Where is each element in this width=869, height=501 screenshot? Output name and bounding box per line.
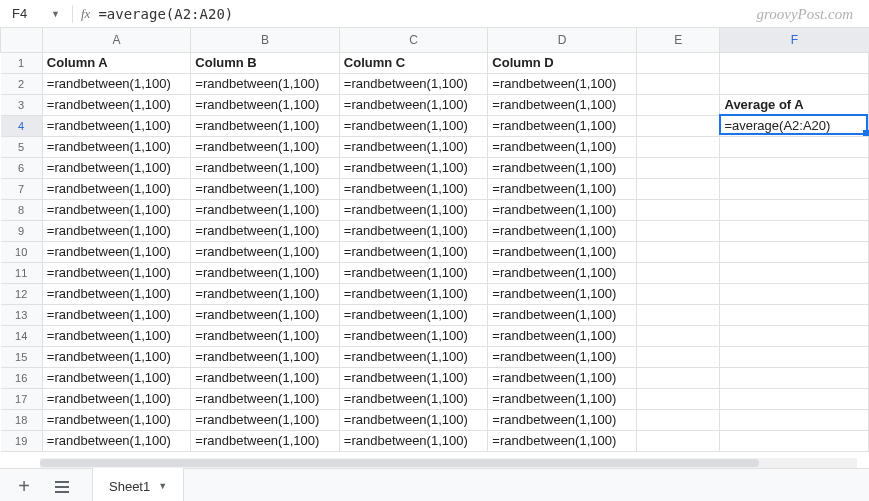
cell-D15[interactable]: =randbetween(1,100) — [488, 346, 637, 367]
sheet-tab-menu-icon[interactable]: ▼ — [158, 481, 167, 491]
row-header-5[interactable]: 5 — [1, 136, 43, 157]
cell-F3[interactable]: Average of A — [720, 94, 869, 115]
row-header-7[interactable]: 7 — [1, 178, 43, 199]
cell-B8[interactable]: =randbetween(1,100) — [191, 199, 340, 220]
cell-A12[interactable]: =randbetween(1,100) — [42, 283, 191, 304]
cell-B13[interactable]: =randbetween(1,100) — [191, 304, 340, 325]
cell-D1[interactable]: Column D — [488, 52, 637, 73]
row-header-14[interactable]: 14 — [1, 325, 43, 346]
cell-D19[interactable]: =randbetween(1,100) — [488, 430, 637, 451]
cell-C5[interactable]: =randbetween(1,100) — [339, 136, 488, 157]
cell-E15[interactable] — [636, 346, 720, 367]
cell-D17[interactable]: =randbetween(1,100) — [488, 388, 637, 409]
cell-C2[interactable]: =randbetween(1,100) — [339, 73, 488, 94]
cell-F2[interactable] — [720, 73, 869, 94]
cell-A17[interactable]: =randbetween(1,100) — [42, 388, 191, 409]
cell-B3[interactable]: =randbetween(1,100) — [191, 94, 340, 115]
column-header-C[interactable]: C — [339, 28, 488, 52]
cell-D13[interactable]: =randbetween(1,100) — [488, 304, 637, 325]
cell-D8[interactable]: =randbetween(1,100) — [488, 199, 637, 220]
cell-A6[interactable]: =randbetween(1,100) — [42, 157, 191, 178]
spreadsheet-grid[interactable]: ABCDEF1Column AColumn BColumn CColumn D2… — [0, 28, 869, 458]
horizontal-scrollbar-thumb[interactable] — [40, 459, 759, 467]
cell-E1[interactable] — [636, 52, 720, 73]
cell-E16[interactable] — [636, 367, 720, 388]
cell-C1[interactable]: Column C — [339, 52, 488, 73]
cell-E11[interactable] — [636, 262, 720, 283]
cell-F15[interactable] — [720, 346, 869, 367]
cell-D3[interactable]: =randbetween(1,100) — [488, 94, 637, 115]
cell-F4[interactable]: =average(A2:A20) — [720, 115, 869, 136]
horizontal-scrollbar[interactable] — [40, 458, 857, 468]
cell-E18[interactable] — [636, 409, 720, 430]
cell-A19[interactable]: =randbetween(1,100) — [42, 430, 191, 451]
column-header-E[interactable]: E — [636, 28, 720, 52]
row-header-16[interactable]: 16 — [1, 367, 43, 388]
cell-F6[interactable] — [720, 157, 869, 178]
row-header-8[interactable]: 8 — [1, 199, 43, 220]
row-header-17[interactable]: 17 — [1, 388, 43, 409]
cell-C16[interactable]: =randbetween(1,100) — [339, 367, 488, 388]
cell-C10[interactable]: =randbetween(1,100) — [339, 241, 488, 262]
row-header-12[interactable]: 12 — [1, 283, 43, 304]
cell-E9[interactable] — [636, 220, 720, 241]
cell-E12[interactable] — [636, 283, 720, 304]
row-header-19[interactable]: 19 — [1, 430, 43, 451]
cell-F5[interactable] — [720, 136, 869, 157]
cell-B5[interactable]: =randbetween(1,100) — [191, 136, 340, 157]
cell-D5[interactable]: =randbetween(1,100) — [488, 136, 637, 157]
cell-C9[interactable]: =randbetween(1,100) — [339, 220, 488, 241]
cell-C11[interactable]: =randbetween(1,100) — [339, 262, 488, 283]
cell-B1[interactable]: Column B — [191, 52, 340, 73]
cell-A13[interactable]: =randbetween(1,100) — [42, 304, 191, 325]
all-sheets-button[interactable] — [48, 473, 76, 501]
cell-B16[interactable]: =randbetween(1,100) — [191, 367, 340, 388]
row-header-18[interactable]: 18 — [1, 409, 43, 430]
cell-C6[interactable]: =randbetween(1,100) — [339, 157, 488, 178]
cell-D7[interactable]: =randbetween(1,100) — [488, 178, 637, 199]
cell-F14[interactable] — [720, 325, 869, 346]
cell-C19[interactable]: =randbetween(1,100) — [339, 430, 488, 451]
cell-F1[interactable] — [720, 52, 869, 73]
cell-B10[interactable]: =randbetween(1,100) — [191, 241, 340, 262]
cell-A7[interactable]: =randbetween(1,100) — [42, 178, 191, 199]
cell-D4[interactable]: =randbetween(1,100) — [488, 115, 637, 136]
formula-input[interactable] — [98, 6, 861, 22]
cell-B15[interactable]: =randbetween(1,100) — [191, 346, 340, 367]
cell-B9[interactable]: =randbetween(1,100) — [191, 220, 340, 241]
row-header-2[interactable]: 2 — [1, 73, 43, 94]
cell-E13[interactable] — [636, 304, 720, 325]
column-header-A[interactable]: A — [42, 28, 191, 52]
cell-D11[interactable]: =randbetween(1,100) — [488, 262, 637, 283]
row-header-1[interactable]: 1 — [1, 52, 43, 73]
cell-C18[interactable]: =randbetween(1,100) — [339, 409, 488, 430]
cell-F12[interactable] — [720, 283, 869, 304]
cell-D6[interactable]: =randbetween(1,100) — [488, 157, 637, 178]
cell-F9[interactable] — [720, 220, 869, 241]
cell-C13[interactable]: =randbetween(1,100) — [339, 304, 488, 325]
row-header-4[interactable]: 4 — [1, 115, 43, 136]
cell-B14[interactable]: =randbetween(1,100) — [191, 325, 340, 346]
cell-E3[interactable] — [636, 94, 720, 115]
row-header-10[interactable]: 10 — [1, 241, 43, 262]
cell-D2[interactable]: =randbetween(1,100) — [488, 73, 637, 94]
cell-B11[interactable]: =randbetween(1,100) — [191, 262, 340, 283]
cell-D10[interactable]: =randbetween(1,100) — [488, 241, 637, 262]
cell-E7[interactable] — [636, 178, 720, 199]
cell-A3[interactable]: =randbetween(1,100) — [42, 94, 191, 115]
cell-C17[interactable]: =randbetween(1,100) — [339, 388, 488, 409]
cell-F13[interactable] — [720, 304, 869, 325]
cell-A18[interactable]: =randbetween(1,100) — [42, 409, 191, 430]
cell-F11[interactable] — [720, 262, 869, 283]
cell-F16[interactable] — [720, 367, 869, 388]
cell-C3[interactable]: =randbetween(1,100) — [339, 94, 488, 115]
cell-A11[interactable]: =randbetween(1,100) — [42, 262, 191, 283]
cell-A4[interactable]: =randbetween(1,100) — [42, 115, 191, 136]
cell-B2[interactable]: =randbetween(1,100) — [191, 73, 340, 94]
cell-A2[interactable]: =randbetween(1,100) — [42, 73, 191, 94]
row-header-3[interactable]: 3 — [1, 94, 43, 115]
cell-E10[interactable] — [636, 241, 720, 262]
cell-E19[interactable] — [636, 430, 720, 451]
cell-F18[interactable] — [720, 409, 869, 430]
cell-E2[interactable] — [636, 73, 720, 94]
